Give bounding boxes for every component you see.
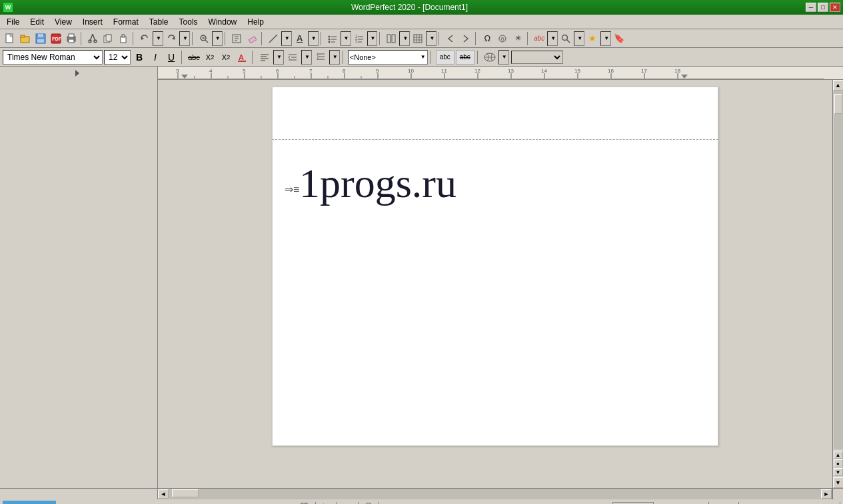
star-dropdown[interactable]: ▼ (600, 31, 611, 46)
menu-edit[interactable]: Edit (25, 15, 49, 29)
star-button[interactable]: ★ (585, 31, 600, 46)
scroll-thumb[interactable] (834, 94, 842, 114)
find-button[interactable] (558, 31, 573, 46)
numbering-dropdown[interactable]: ▼ (367, 31, 378, 46)
scroll-down-button[interactable]: ▼ (833, 477, 844, 488)
pdf-button[interactable]: PDF (49, 31, 63, 46)
page-nav-button[interactable]: ● (834, 459, 843, 467)
document-tab[interactable]: Document1 (3, 501, 56, 505)
reference-button[interactable]: ✳ (510, 31, 525, 46)
table-dropdown[interactable]: ▼ (426, 31, 436, 46)
zoom-button[interactable] (197, 31, 211, 46)
abc2-text-button[interactable]: abc (456, 50, 474, 65)
svg-line-63 (289, 57, 290, 59)
cut-button[interactable] (85, 31, 100, 46)
paste-button[interactable] (116, 31, 131, 46)
horizontal-scrollbar[interactable]: ◄ ► (158, 489, 832, 499)
save-button[interactable] (33, 31, 48, 46)
format1-button[interactable] (229, 31, 244, 46)
menu-insert[interactable]: Insert (77, 15, 108, 29)
menu-format[interactable]: Format (108, 15, 144, 29)
new-button[interactable] (3, 31, 17, 46)
linespacing-dropdown[interactable]: ▼ (329, 50, 340, 65)
document-area[interactable]: ⇒≡ 1progs.ru (158, 80, 832, 488)
eraser-button[interactable] (245, 31, 259, 46)
symbol-button[interactable]: Ω (480, 31, 494, 46)
zoom-dropdown[interactable]: ▼ (212, 31, 223, 46)
print-button[interactable] (64, 31, 79, 46)
find-dropdown[interactable]: ▼ (574, 31, 584, 46)
redo-dropdown[interactable]: ▼ (179, 31, 190, 46)
scroll-up-button[interactable]: ▲ (833, 80, 844, 91)
back-button[interactable] (443, 31, 458, 46)
align-left-button[interactable] (257, 50, 272, 65)
count-label[interactable]: < Count > (612, 502, 654, 505)
superscript-button[interactable]: X2 (219, 50, 233, 65)
page-down-button[interactable]: ▼ (834, 468, 843, 476)
spell-button[interactable]: abc (532, 31, 546, 46)
bold-button[interactable]: B (132, 50, 147, 65)
undo-button[interactable] (137, 31, 152, 46)
strikethrough-button[interactable]: abc (187, 50, 201, 65)
status-cursor-icon[interactable] (316, 502, 337, 505)
menu-window[interactable]: Window (203, 15, 243, 29)
extra-dropdown[interactable] (510, 50, 564, 65)
redo-button[interactable] (164, 31, 179, 46)
numbering-button[interactable]: 1.2.3. (352, 31, 367, 46)
macro-button[interactable]: ⚙ (495, 31, 510, 46)
page-up-button[interactable]: ▲ (834, 451, 843, 459)
document-text[interactable]: 1progs.ru (299, 153, 691, 207)
table-button[interactable] (411, 31, 425, 46)
extra-select[interactable] (511, 51, 563, 64)
open-button[interactable] (18, 31, 33, 46)
indent-button[interactable] (285, 50, 300, 65)
line-button[interactable] (266, 31, 281, 46)
style-dropdown[interactable]: <None> ▼ (348, 50, 428, 65)
close-button[interactable]: ✕ (830, 3, 840, 12)
font-size-select[interactable]: 12 (104, 50, 131, 65)
toolbar2: Times New Roman 12 B I U abc X2 X2 A ▼ ▼… (0, 48, 843, 67)
subscript-button[interactable]: X2 (203, 50, 217, 65)
undo-dropdown[interactable]: ▼ (153, 31, 163, 46)
spell-dropdown[interactable]: ▼ (547, 31, 558, 46)
scroll-track[interactable] (834, 91, 843, 449)
menu-help[interactable]: Help (242, 15, 269, 29)
forward-button[interactable] (458, 31, 473, 46)
menu-file[interactable]: File (1, 15, 25, 29)
status-file-icon[interactable] (295, 502, 316, 505)
font-color-button[interactable]: A (293, 31, 307, 46)
maximize-button[interactable]: □ (818, 3, 828, 12)
bullets-button[interactable] (325, 31, 340, 46)
line-dropdown[interactable]: ▼ (281, 31, 292, 46)
bookmark-button[interactable]: 🔖 (612, 31, 626, 46)
h-scroll-track[interactable] (169, 489, 821, 497)
columns-dropdown[interactable]: ▼ (399, 31, 410, 46)
indent-dropdown[interactable]: ▼ (301, 50, 312, 65)
scroll-right-button[interactable]: ► (821, 489, 832, 499)
status-caps-icon[interactable]: AB (337, 502, 359, 505)
align-dropdown[interactable]: ▼ (273, 50, 284, 65)
italic-button[interactable]: I (148, 50, 163, 65)
linespacing-button[interactable] (313, 50, 328, 65)
copy-button[interactable] (101, 31, 115, 46)
lang-dropdown[interactable]: ▼ (498, 50, 509, 65)
document-body[interactable]: ⇒≡ 1progs.ru (272, 140, 718, 446)
bullets-dropdown[interactable]: ▼ (341, 31, 351, 46)
font-color-fmt-button[interactable]: A (235, 50, 249, 65)
separator-8 (438, 32, 441, 45)
menu-view[interactable]: View (49, 15, 77, 29)
spell-dropdown-arrow: ▼ (550, 35, 556, 41)
font-family-select[interactable]: Times New Roman (3, 50, 103, 65)
minimize-button[interactable]: ─ (806, 3, 816, 12)
columns-button[interactable] (384, 31, 399, 46)
underline-button[interactable]: U (164, 50, 179, 65)
menu-tools[interactable]: Tools (174, 15, 203, 29)
lang-button[interactable] (482, 50, 497, 65)
scroll-left-button[interactable]: ◄ (158, 489, 169, 499)
font-color-dropdown[interactable]: ▼ (308, 31, 319, 46)
abc-text-button[interactable]: abc (436, 50, 454, 65)
menu-table[interactable]: Table (144, 15, 174, 29)
h-scroll-thumb[interactable] (172, 489, 199, 497)
status-print-icon[interactable] (359, 502, 379, 505)
ruler-bar: 3 4 5 6 7 8 9 10 11 12 13 14 15 (0, 67, 843, 80)
